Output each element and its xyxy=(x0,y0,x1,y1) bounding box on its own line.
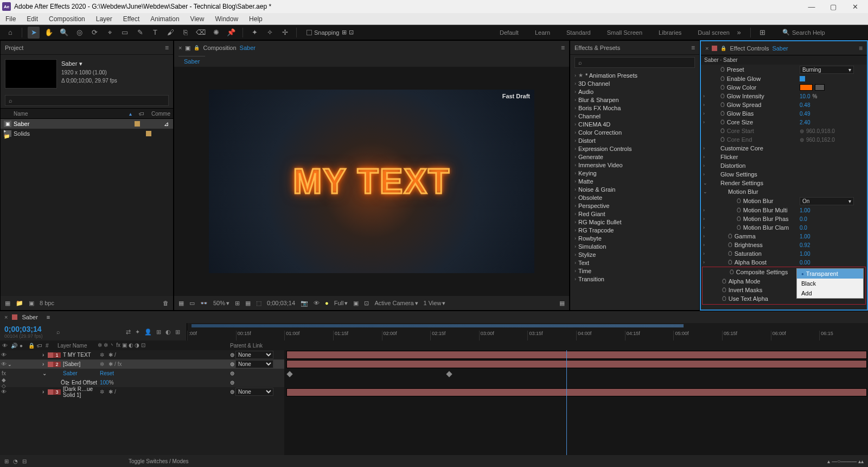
effect-category[interactable]: ›CINEMA 4D xyxy=(570,120,699,128)
more-workspaces-icon[interactable]: » xyxy=(733,27,745,39)
timeline-tab[interactable]: Saber xyxy=(22,314,37,320)
effect-category[interactable]: ›Blur & Sharpen xyxy=(570,96,699,104)
layer-name[interactable]: [Dark R…ue Solid 1] xyxy=(61,386,100,398)
effect-category[interactable]: ›Stylize xyxy=(570,250,699,258)
pickwhip-icon[interactable]: ⊚ xyxy=(230,380,234,386)
view-layout-dropdown[interactable]: 1 View▾ xyxy=(424,300,446,307)
effect-property[interactable]: ›ÖGlow Intensity10.0% xyxy=(701,92,867,100)
timeline-layer-row[interactable]: 👁 › 1 T MY TEXT ✲ ✱ / ⊚None xyxy=(0,350,284,359)
resolution-dropdown[interactable]: Full▾ xyxy=(334,300,348,307)
pickwhip-icon[interactable]: ⊚ xyxy=(230,370,234,376)
anchor-tool-icon[interactable]: ⌖ xyxy=(104,27,116,39)
workspace-small-screen[interactable]: Small Screen xyxy=(607,29,642,36)
effect-category[interactable]: ›Perspective xyxy=(570,201,699,210)
transparency-grid-icon[interactable]: ▦ xyxy=(245,300,251,307)
menu-composition[interactable]: Composition xyxy=(47,14,87,24)
home-icon[interactable]: ⌂ xyxy=(4,27,16,39)
label-swatch[interactable] xyxy=(48,352,53,358)
pen-tool-icon[interactable]: ✎ xyxy=(134,27,146,39)
effect-property[interactable]: ÖPresetBurning▾ xyxy=(701,65,867,74)
col-number[interactable]: # xyxy=(46,343,53,349)
delete-icon[interactable]: 🗑 xyxy=(163,300,169,306)
project-item[interactable]: ▣Saber⊿ xyxy=(1,119,173,129)
keyframe-icon[interactable] xyxy=(446,371,452,377)
effect-row[interactable]: fx⌄SaberReset⊚ xyxy=(0,369,284,378)
close-button[interactable]: ✕ xyxy=(844,0,866,13)
workspace-reset-icon[interactable]: ⊞ xyxy=(756,27,768,39)
effect-property[interactable]: ›ÖSaturation1.00 xyxy=(701,249,867,258)
effect-property[interactable]: ›Flicker xyxy=(701,153,867,161)
visibility-icon[interactable]: 👁 xyxy=(0,361,8,367)
stamp-tool-icon[interactable]: ⎘ xyxy=(180,27,192,39)
workspace-libraries[interactable]: Libraries xyxy=(659,29,681,36)
effect-category[interactable]: ›Audio xyxy=(570,87,699,96)
local-axis-icon[interactable]: ✦ xyxy=(248,27,260,39)
mask-toggle-icon[interactable]: ⬚ xyxy=(256,300,261,307)
snapping-checkbox[interactable]: Snapping ⊞ ⊡ xyxy=(307,29,354,36)
col-layer-name[interactable]: Layer Name xyxy=(54,343,97,349)
effect-property[interactable]: ›ÖMotion Blur Phas0.0 xyxy=(701,214,867,223)
effect-property[interactable]: ÖCore Start⊕960.0,918.0 xyxy=(701,127,867,135)
effect-property[interactable]: ›Glow Settings xyxy=(701,170,867,179)
effect-property[interactable]: ›ÖGlow Spread0.48 xyxy=(701,100,867,109)
snapshot-icon[interactable]: 📷 xyxy=(301,300,308,307)
comp-tab[interactable]: Saber xyxy=(178,56,205,66)
panel-menu-icon[interactable]: ≡ xyxy=(691,44,695,52)
column-label[interactable]: 🏷 xyxy=(132,111,151,117)
adjust-exposure-icon[interactable]: ▣ xyxy=(353,300,359,307)
panel-menu-icon[interactable]: ≡ xyxy=(561,44,565,52)
viewport[interactable]: Fast Draft MY TEXT xyxy=(174,67,569,296)
preset-dropdown[interactable]: Burning▾ xyxy=(800,66,854,74)
menu-edit[interactable]: Edit xyxy=(24,14,40,24)
effect-category[interactable]: ›Boris FX Mocha xyxy=(570,104,699,112)
stopwatch-icon[interactable]: Ö xyxy=(720,93,725,99)
flowchart-icon[interactable]: ⊿ xyxy=(164,121,169,128)
menu-help[interactable]: Help xyxy=(247,14,265,24)
effect-category[interactable]: ›Simulation xyxy=(570,242,699,250)
frame-blend-icon[interactable]: ⊟ xyxy=(22,458,27,464)
effect-property[interactable]: ÖGlow Color xyxy=(701,83,867,92)
stopwatch-icon[interactable]: Ö xyxy=(720,76,725,82)
timeline-search[interactable]: ⌕ xyxy=(54,327,119,336)
snap-opt1-icon[interactable]: ⊞ xyxy=(342,29,347,36)
panel-close-icon[interactable]: × xyxy=(178,45,182,51)
col-parent[interactable]: Parent & Link xyxy=(230,343,284,349)
effect-category[interactable]: ›Color Correction xyxy=(570,128,699,136)
parent-dropdown[interactable]: None xyxy=(235,360,273,368)
text-tool-icon[interactable]: T xyxy=(149,27,161,39)
effect-category[interactable]: ›Immersive Video xyxy=(570,161,699,169)
shy-icon[interactable]: 👤 xyxy=(144,329,152,336)
effect-category[interactable]: ›3D Channel xyxy=(570,79,699,87)
zoom-tool-icon[interactable]: 🔍 xyxy=(58,27,70,39)
project-search[interactable]: ⌕ xyxy=(5,95,169,106)
layer-name[interactable]: T MY TEXT xyxy=(61,352,100,358)
current-timecode[interactable]: 0;00;03;14 xyxy=(267,300,295,306)
selection-tool-icon[interactable]: ➤ xyxy=(28,27,40,39)
label-swatch[interactable] xyxy=(135,121,140,127)
stopwatch-icon[interactable]: Ö xyxy=(722,279,726,285)
effect-property[interactable]: ÖMotion BlurOn▾ xyxy=(701,196,867,206)
timeline-layer-row[interactable]: 👁 ⌄ › 2 [Saber] ✲ ✱ / fx ⊚None xyxy=(0,359,284,369)
stopwatch-icon[interactable]: Ö xyxy=(737,225,741,231)
effect-category[interactable]: ›Text xyxy=(570,258,699,267)
shape-tool-icon[interactable]: ▭ xyxy=(119,27,131,39)
label-swatch[interactable] xyxy=(146,131,151,136)
brush-tool-icon[interactable]: 🖌 xyxy=(164,27,176,39)
effects-search[interactable]: ⌕ xyxy=(575,57,695,68)
toggle-switches-modes[interactable]: Toggle Switches / Modes xyxy=(129,458,189,464)
effect-property[interactable]: ⌄Motion Blur xyxy=(701,187,867,196)
interpret-footage-icon[interactable]: ▦ xyxy=(5,300,10,307)
time-ruler[interactable]: :00f00:15f01:00f01:15f02:00f02:15f03:00f… xyxy=(187,323,868,340)
parent-dropdown[interactable]: None xyxy=(235,388,273,396)
puppet-tool-icon[interactable]: 📌 xyxy=(225,27,237,39)
property-row[interactable]: ◆ ◇Ö⊵End Offset100%⊚ xyxy=(0,378,284,387)
stopwatch-icon[interactable]: Ö xyxy=(720,137,725,143)
stopwatch-icon[interactable]: Ö xyxy=(722,287,726,293)
bit-depth[interactable]: 8 bpc xyxy=(40,300,54,306)
layer-name[interactable]: [Saber] xyxy=(61,361,100,367)
property-value[interactable]: 100% xyxy=(100,380,230,386)
stopwatch-icon[interactable]: Ö xyxy=(722,296,726,302)
region-icon[interactable]: 👓 xyxy=(200,300,208,307)
effect-category[interactable]: ›Transition xyxy=(570,275,699,283)
comp-thumbnail[interactable] xyxy=(5,59,57,89)
